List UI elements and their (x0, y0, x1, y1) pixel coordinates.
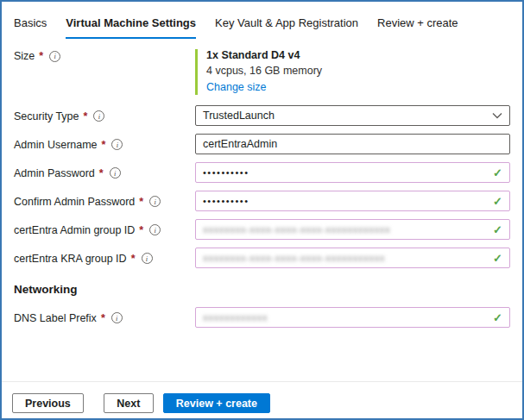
required-asterisk: * (102, 139, 106, 151)
confirm-admin-password-row: Confirm Admin Password* i •••••••••• ✓ (14, 191, 510, 211)
size-sku: 1x Standard D4 v4 (206, 49, 510, 61)
info-icon[interactable]: i (49, 51, 60, 62)
size-summary-block: 1x Standard D4 v4 4 vcpus, 16 GB memory … (195, 49, 510, 95)
review-create-button[interactable]: Review + create (163, 393, 270, 413)
tab-virtual-machine-settings[interactable]: Virtual Machine Settings (66, 16, 196, 39)
dns-label-prefix-redacted-value: xxxxxxxxxxxx (203, 312, 268, 323)
required-asterisk: * (101, 312, 105, 324)
admin-password-row: Admin Password* i •••••••••• ✓ (14, 162, 510, 183)
required-asterisk: * (139, 196, 143, 208)
next-button[interactable]: Next (104, 393, 154, 413)
required-asterisk: * (139, 224, 143, 236)
kra-group-id-redacted-value: xxxxxxxx-xxxx-xxxx-xxxx-xxxxxxxxxxx (203, 253, 385, 263)
dns-label-prefix-row: DNS Label Prefix* i xxxxxxxxxxxx ✓ (14, 307, 510, 328)
admin-username-label: Admin Username* i (14, 138, 195, 151)
admin-group-id-row: certEntra Admin group ID* i xxxxxxxx-xxx… (14, 219, 510, 240)
networking-section-header: Networking (14, 283, 510, 296)
confirm-admin-password-label: Confirm Admin Password* i (14, 195, 195, 208)
dns-label-prefix-input[interactable]: xxxxxxxxxxxx ✓ (195, 307, 510, 328)
valid-check-icon: ✓ (488, 252, 502, 265)
size-label-text: Size (14, 50, 35, 62)
valid-check-icon: ✓ (488, 166, 502, 179)
admin-group-id-label-text: certEntra Admin group ID (14, 224, 135, 236)
chevron-down-icon (492, 112, 502, 119)
info-icon[interactable]: i (149, 196, 161, 207)
networking-form: DNS Label Prefix* i xxxxxxxxxxxx ✓ (2, 307, 522, 328)
admin-group-id-input[interactable]: xxxxxxxx-xxxx-xxxx-xxxx-xxxxxxxxxxxx ✓ (195, 219, 510, 240)
info-icon[interactable]: i (111, 312, 123, 323)
kra-group-id-label-text: certEntra KRA group ID (14, 253, 127, 265)
size-label: Size* i (14, 49, 195, 62)
size-specs: 4 vcpus, 16 GB memory (206, 65, 510, 77)
security-type-selected-value: TrustedLaunch (203, 110, 275, 122)
valid-check-icon: ✓ (488, 311, 502, 324)
previous-button[interactable]: Previous (12, 393, 84, 413)
admin-username-input[interactable]: certEntraAdmin (195, 134, 510, 154)
admin-password-label: Admin Password* i (14, 166, 195, 179)
dns-label-prefix-label-text: DNS Label Prefix (14, 312, 97, 324)
admin-username-label-text: Admin Username (14, 139, 98, 151)
security-type-label-text: Security Type (14, 110, 79, 122)
dns-label-prefix-label: DNS Label Prefix* i (14, 311, 195, 324)
info-icon[interactable]: i (110, 167, 121, 179)
vm-settings-form: Size* i 1x Standard D4 v4 4 vcpus, 16 GB… (2, 39, 522, 268)
admin-password-label-text: Admin Password (14, 167, 95, 179)
info-icon[interactable]: i (111, 139, 123, 150)
tab-key-vault-app-registration[interactable]: Key Vault & App Registration (215, 16, 358, 39)
admin-username-row: Admin Username* i certEntraAdmin (14, 134, 510, 154)
required-asterisk: * (39, 50, 43, 62)
required-asterisk: * (131, 253, 136, 265)
admin-password-input[interactable]: •••••••••• ✓ (195, 162, 510, 183)
kra-group-id-row: certEntra KRA group ID* i xxxxxxxx-xxxx-… (14, 248, 510, 268)
required-asterisk: * (99, 167, 104, 179)
kra-group-id-input[interactable]: xxxxxxxx-xxxx-xxxx-xxxx-xxxxxxxxxxx ✓ (195, 248, 510, 268)
security-type-select[interactable]: TrustedLaunch (195, 105, 510, 126)
valid-check-icon: ✓ (488, 195, 502, 208)
size-value: 1x Standard D4 v4 4 vcpus, 16 GB memory … (195, 49, 510, 95)
confirm-admin-password-value: •••••••••• (203, 196, 249, 206)
tab-review-create[interactable]: Review + create (377, 16, 458, 39)
admin-password-value: •••••••••• (203, 167, 249, 178)
admin-group-id-label: certEntra Admin group ID* i (14, 223, 195, 236)
wizard-footer: Previous Next Review + create (2, 381, 522, 418)
kra-group-id-label: certEntra KRA group ID* i (14, 252, 195, 265)
admin-username-value: certEntraAdmin (203, 138, 277, 150)
change-size-link[interactable]: Change size (206, 81, 267, 93)
admin-group-id-redacted-value: xxxxxxxx-xxxx-xxxx-xxxx-xxxxxxxxxxxx (203, 224, 390, 235)
security-type-label: Security Type* i (14, 110, 195, 122)
info-icon[interactable]: i (142, 253, 153, 264)
info-icon[interactable]: i (149, 224, 161, 235)
required-asterisk: * (84, 110, 88, 122)
vm-creation-wizard-window: Basics Virtual Machine Settings Key Vaul… (0, 0, 524, 420)
confirm-admin-password-label-text: Confirm Admin Password (14, 196, 135, 208)
confirm-admin-password-input[interactable]: •••••••••• ✓ (195, 191, 510, 211)
tab-basics[interactable]: Basics (14, 16, 47, 39)
security-type-row: Security Type* i TrustedLaunch (14, 105, 510, 126)
valid-check-icon: ✓ (488, 223, 502, 236)
size-row: Size* i 1x Standard D4 v4 4 vcpus, 16 GB… (14, 49, 510, 95)
info-icon[interactable]: i (93, 110, 104, 122)
wizard-tab-bar: Basics Virtual Machine Settings Key Vaul… (2, 2, 522, 39)
